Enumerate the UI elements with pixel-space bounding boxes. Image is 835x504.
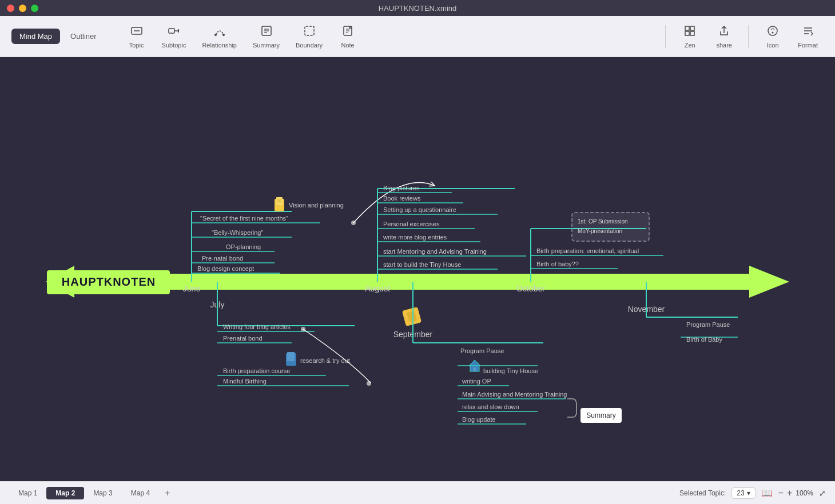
vision-icon-doc2 (276, 197, 283, 205)
relationship-tool[interactable]: Relationship (196, 21, 242, 52)
titlebar: HAUPTKNOTEN.xmind (0, 0, 835, 16)
toolbar-right: Zen share Icon (661, 21, 824, 52)
topic-count-chevron: ▾ (747, 489, 750, 497)
share-tool[interactable]: share (709, 21, 739, 52)
mindful-text: Mindful Birthing (223, 378, 267, 385)
map-tab-3[interactable]: Map 3 (84, 487, 121, 499)
svg-point-6 (222, 34, 225, 36)
personal-text: Personal excercises (383, 221, 440, 227)
birth-baby-n-text: Birth of Baby (686, 336, 722, 343)
topic-tool[interactable]: Topic (122, 21, 152, 52)
view-tabs: Mind Map Outliner (11, 29, 105, 44)
format-tool[interactable]: Format (792, 21, 824, 52)
svg-rect-13 (685, 26, 689, 30)
moy-text: MoY-presentation (578, 228, 622, 234)
canvas[interactable]: HAUPTKNOTEN June July August September O… (0, 57, 835, 481)
main-adv-text: Main Advising and Mentoring Training (462, 391, 567, 398)
house-icon-roof (469, 360, 480, 366)
boundary-label: Boundary (296, 42, 323, 49)
tiny-house-text: start to build the Tiny House (383, 261, 461, 268)
icon-tool[interactable]: Icon (758, 21, 788, 52)
zoom-in-button[interactable]: + (787, 488, 792, 498)
zoom-out-button[interactable]: − (778, 488, 784, 498)
writing-op-text: writing OP (462, 378, 491, 385)
prog-pause-s-text: Program Pause (460, 347, 504, 354)
icon-label: Icon (767, 42, 779, 49)
boundary-icon (303, 25, 316, 40)
june-label: June (183, 284, 201, 293)
building-text: building Tiny House (483, 367, 538, 374)
maximize-button[interactable] (31, 5, 38, 12)
bottombar-right: Selected Topic: 23 ▾ 📖 − + 100% ⤢ (679, 487, 826, 499)
share-label: share (716, 42, 732, 49)
mindful-dot (367, 381, 371, 386)
bottombar: Map 1 Map 2 Map 3 Map 4 + Selected Topic… (0, 481, 835, 504)
map-tab-1[interactable]: Map 1 (9, 487, 46, 499)
mindmap-svg: HAUPTKNOTEN June July August September O… (0, 57, 835, 481)
blog-pic-text: Blog pictures (383, 185, 420, 191)
secret-text: "Secret of the first nine months" (200, 215, 288, 222)
right-arrowhead (749, 266, 789, 298)
svg-point-17 (768, 26, 777, 35)
summary-text: Summary (586, 411, 615, 419)
svg-rect-16 (690, 31, 694, 35)
writing-text: Writing four blog articles (223, 323, 291, 330)
summary-label: Summary (253, 42, 280, 49)
blog-entries-text: write more blog entries (383, 234, 447, 241)
svg-rect-15 (685, 31, 689, 35)
zen-label: Zen (685, 42, 695, 49)
blog-design-text: Blog design concept (197, 265, 254, 272)
subtopic-icon (168, 25, 180, 40)
share-icon (718, 25, 730, 40)
summary-tool[interactable]: Summary (247, 21, 285, 52)
minimize-button[interactable] (19, 5, 26, 12)
map-tab-4[interactable]: Map 4 (122, 487, 159, 499)
relation-curve2 (303, 329, 371, 383)
mindmap-tab[interactable]: Mind Map (11, 29, 60, 44)
august-label: August (365, 284, 390, 293)
zoom-level-label: 100% (796, 489, 813, 497)
mentoring-text: start Mentoring and Advising Training (383, 248, 487, 255)
birth-prep-text: Birth preparation course (223, 367, 290, 374)
note-label: Note (341, 42, 355, 49)
summary-icon (260, 25, 273, 40)
boundary-box-oct (572, 213, 649, 241)
subtopic-tool[interactable]: Subtopic (156, 21, 192, 52)
zen-tool[interactable]: Zen (675, 21, 705, 52)
subtopic-label: Subtopic (162, 42, 186, 49)
close-button[interactable] (7, 5, 14, 12)
selected-topic-count[interactable]: 23 ▾ (731, 487, 755, 499)
note-tool[interactable]: Note (333, 21, 363, 52)
book-icon[interactable]: 📖 (761, 487, 773, 498)
toolbar-tools: Topic Subtopic Relationship (122, 21, 661, 52)
topic-icon (130, 25, 143, 40)
blog-update-text: Blog update (462, 416, 496, 423)
format-icon (802, 25, 814, 40)
note-icon (341, 25, 354, 40)
svg-rect-4 (178, 29, 179, 33)
vision-text: Vision and planning (289, 202, 344, 209)
relationship-label: Relationship (202, 42, 237, 49)
selected-topic-label: Selected Topic: (679, 489, 726, 497)
book-rev-text: Book reviews (383, 195, 421, 202)
op-planning-text: OP-planning (226, 243, 261, 250)
map-tab-2[interactable]: Map 2 (46, 487, 84, 499)
birth-baby-text: Birth of baby?? (536, 261, 579, 267)
questionnaire-text: Setting up a questionnaire (383, 206, 456, 213)
prenatal-j-text: Prenatal bond (223, 335, 263, 342)
svg-point-5 (214, 34, 217, 36)
add-map-button[interactable]: + (159, 486, 176, 501)
birth-emo-text: Birth preparation: emotional, spiritual (536, 247, 639, 254)
outliner-tab[interactable]: Outliner (62, 29, 105, 44)
format-label: Format (798, 42, 818, 49)
boundary-tool[interactable]: Boundary (290, 21, 328, 52)
fit-icon[interactable]: ⤢ (819, 489, 826, 498)
relationship-icon (213, 25, 226, 40)
research-icon2 (287, 352, 295, 361)
topic-count-value: 23 (737, 489, 744, 497)
window-controls (7, 5, 38, 12)
icon-icon (766, 25, 779, 40)
relax-text: relax and slow down (462, 403, 519, 410)
belly-text: "Belly-Whispering" (212, 229, 263, 236)
prenatal-text: Pre-natal bond (202, 255, 243, 262)
